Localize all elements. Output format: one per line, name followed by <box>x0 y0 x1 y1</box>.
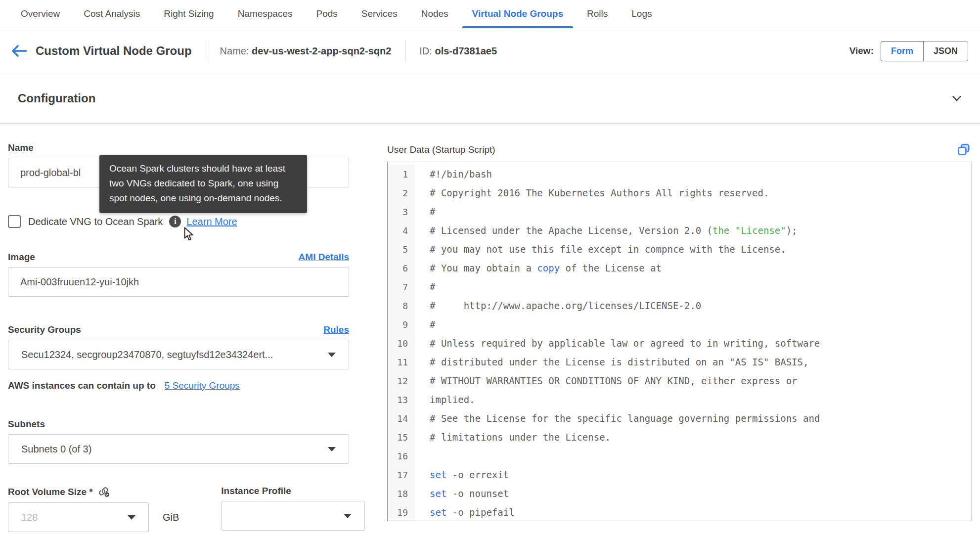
info-icon[interactable]: i <box>169 216 181 227</box>
line-number: 13 <box>388 390 415 409</box>
code-text: # WITHOUT WARRANTIES OR CONDITIONS OF AN… <box>415 375 798 386</box>
line-number: 5 <box>388 240 415 259</box>
code-text: # distributed under the License is distr… <box>415 357 808 367</box>
tab-virtual-node-groups[interactable]: Virtual Node Groups <box>460 0 575 28</box>
gib-unit-label: GiB <box>163 502 179 532</box>
line-number: 16 <box>388 447 415 465</box>
tab-services[interactable]: Services <box>350 0 409 28</box>
section-title: Configuration <box>18 91 95 105</box>
code-line-15: 15# limitations under the License. <box>388 428 972 447</box>
subnets-label: Subnets <box>8 419 349 430</box>
security-groups-label: Security Groups <box>8 324 81 335</box>
vng-name-value: dev-us-west-2-app-sqn2-sqn2 <box>252 45 391 56</box>
code-text: set -o nounset <box>415 488 509 499</box>
subnets-select[interactable]: Subnets 0 (of 3) <box>8 434 349 464</box>
line-number: 12 <box>388 371 415 390</box>
caret-down-icon <box>328 447 336 451</box>
vng-id-label: ID: <box>419 45 432 56</box>
tab-rolls[interactable]: Rolls <box>575 0 620 28</box>
root-volume-size-select[interactable]: 128 <box>8 502 149 532</box>
line-number: 14 <box>388 409 415 428</box>
view-label: View: <box>849 45 874 56</box>
caret-down-icon <box>344 514 352 518</box>
line-number: 15 <box>388 428 415 447</box>
code-text: # you may not use this file except in co… <box>415 244 786 255</box>
security-groups-value: Secu12324, secgroup23470870, segtuyfsd12… <box>21 349 321 360</box>
chevron-down-icon[interactable] <box>950 92 963 105</box>
code-text: # <box>415 206 435 217</box>
code-text: # <box>415 319 435 330</box>
five-security-groups-link[interactable]: 5 Security Groups <box>165 380 240 391</box>
code-text: # Licensed under the Apache License, Ver… <box>415 225 798 236</box>
line-number: 8 <box>388 296 415 315</box>
code-line-11: 11# distributed under the License is dis… <box>388 353 972 371</box>
line-number: 19 <box>388 503 415 521</box>
code-text: # limitations under the License. <box>415 432 611 443</box>
code-line-9: 9# <box>388 315 972 334</box>
dedicate-vng-checkbox[interactable] <box>8 215 21 228</box>
root-volume-size-label: Root Volume Size * <box>8 487 93 497</box>
vng-id: ID: ols-d7381ae5 <box>419 45 497 57</box>
code-line-14: 14# See the License for the specific lan… <box>388 409 972 428</box>
rules-link[interactable]: Rules <box>323 324 349 335</box>
learn-more-link[interactable]: Learn More <box>186 216 237 227</box>
tab-logs[interactable]: Logs <box>620 0 664 28</box>
mouse-cursor <box>182 227 195 244</box>
code-text: # Unless required by applicable law or a… <box>415 338 820 349</box>
user-data-code-editor[interactable]: 1#!/bin/bash2# Copyright 2016 The Kubern… <box>387 162 972 521</box>
code-line-12: 12# WITHOUT WARRANTIES OR CONDITIONS OF … <box>388 371 972 390</box>
view-json-button[interactable]: JSON <box>923 41 968 61</box>
tab-pods[interactable]: Pods <box>305 0 350 28</box>
code-text: # <box>415 281 435 292</box>
code-line-16: 16 <box>388 447 972 465</box>
code-text: # See the License for the specific langu… <box>415 413 820 424</box>
link-check-icon[interactable] <box>98 486 110 498</box>
line-number: 3 <box>388 202 415 221</box>
configuration-form: Name Ocean Spark clusters should have at… <box>8 142 349 532</box>
line-number: 6 <box>388 259 415 277</box>
line-number: 1 <box>388 165 415 183</box>
code-line-1: 1#!/bin/bash <box>388 165 972 183</box>
line-number: 17 <box>388 465 415 484</box>
code-text: set -o pipefail <box>415 507 515 518</box>
code-line-5: 5# you may not use this file except in c… <box>388 240 972 259</box>
code-line-18: 18set -o nounset <box>388 484 972 503</box>
line-number: 4 <box>388 221 415 240</box>
code-text: set -o errexit <box>415 469 509 480</box>
code-line-19: 19set -o pipefail <box>388 503 972 521</box>
code-text: # Copyright 2016 The Kubernetes Authors … <box>415 187 769 198</box>
instance-profile-select[interactable] <box>221 501 365 531</box>
divider <box>206 40 206 62</box>
tab-cost-analysis[interactable]: Cost Analysis <box>72 0 152 28</box>
view-form-button[interactable]: Form <box>881 41 924 61</box>
line-number: 2 <box>388 183 415 202</box>
root-volume-placeholder: 128 <box>21 512 121 523</box>
vng-id-value: ols-d7381ae5 <box>435 45 497 56</box>
code-text: #!/bin/bash <box>415 169 492 180</box>
tab-nodes[interactable]: Nodes <box>409 0 460 28</box>
vng-name-label: Name: <box>220 45 249 56</box>
code-text: # You may obtain a copy of the License a… <box>415 263 662 273</box>
code-line-4: 4# Licensed under the Apache License, Ve… <box>388 221 972 240</box>
line-number: 11 <box>388 353 415 371</box>
image-input[interactable] <box>8 267 349 297</box>
tab-right-sizing[interactable]: Right Sizing <box>152 0 225 28</box>
vng-name: Name: dev-us-west-2-app-sqn2-sqn2 <box>220 45 392 57</box>
tab-overview[interactable]: Overview <box>9 0 72 28</box>
copy-icon[interactable] <box>956 142 971 157</box>
tab-namespaces[interactable]: Namespaces <box>226 0 305 28</box>
divider <box>405 40 405 62</box>
ami-details-link[interactable]: AMI Details <box>299 252 349 263</box>
line-number: 9 <box>388 315 415 334</box>
code-line-2: 2# Copyright 2016 The Kubernetes Authors… <box>388 183 972 202</box>
tab-bar: OverviewCost AnalysisRight SizingNamespa… <box>0 0 980 28</box>
dedicate-vng-label: Dedicate VNG to Ocean Spark <box>28 216 163 227</box>
back-arrow-icon[interactable] <box>11 44 30 58</box>
code-line-8: 8# http://www.apache.org/licenses/LICENS… <box>388 296 972 315</box>
user-data-panel: User Data (Startup Script) 1#!/bin/bash2… <box>387 142 972 532</box>
line-number: 10 <box>388 334 415 353</box>
security-groups-select[interactable]: Secu12324, secgroup23470870, segtuyfsd12… <box>8 340 349 369</box>
sg-caption: AWS instances can contain up to <box>8 380 156 391</box>
instance-profile-label: Instance Profile <box>221 486 365 496</box>
configuration-section-header[interactable]: Configuration <box>0 74 980 124</box>
